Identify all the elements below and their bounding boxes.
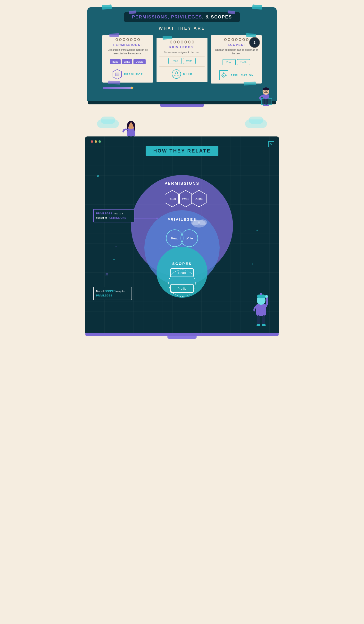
permissions-icon-area: RESOURCE (105, 69, 150, 80)
character-laptop (256, 81, 276, 110)
svg-point-65 (262, 324, 266, 326)
permissions-write-btn[interactable]: Write (122, 59, 132, 64)
resource-label: RESOURCE (124, 73, 143, 76)
scopes-desc: What an application can do on behalf of … (214, 48, 259, 55)
monitor-frame: HOW THEY RELATE ✕ PRIVILEGES map to a su… (85, 136, 279, 339)
cards-container: PERMISSIONS: Declaration of the actions … (93, 35, 271, 83)
section2-title-box: HOW THEY RELATE (146, 146, 218, 156)
scopes-card: 2 SCOPES: What an application can do on … (211, 35, 262, 83)
character-right (249, 282, 273, 326)
svg-text:SCOPES: SCOPES (172, 261, 192, 266)
close-icon[interactable]: ✕ (268, 141, 274, 147)
laptop-frame: PERMISSIONS, PRIVILEGES, & SCOPES WHAT T… (87, 5, 277, 107)
svg-rect-20 (264, 99, 266, 105)
maximize-dot (98, 140, 101, 143)
permissions-heading: PERMISSIONS: (105, 43, 150, 47)
privileges-card: PRIVILEGES: Permissions assigned to the … (157, 38, 207, 82)
svg-text:Read: Read (178, 271, 186, 275)
laptop-stand (160, 104, 204, 107)
svg-point-61 (265, 295, 268, 298)
venn-diagram-area: PRIVILEGES map to a subset of PERMISSION… (91, 160, 273, 326)
character-left-area (87, 112, 277, 136)
monitor-body: HOW THEY RELATE ✕ PRIVILEGES map to a su… (85, 136, 279, 333)
privileges-icon-area: USER (159, 69, 205, 79)
scopes-note-box: Not all SCOPES map to PRIVILEGES (93, 287, 132, 300)
svg-rect-21 (267, 99, 268, 105)
privileges-desc: Permissions assigned to the user. (159, 51, 205, 54)
permissions-buttons: Read Write Delete (105, 59, 150, 64)
svg-text:Read: Read (171, 236, 178, 240)
section2-title-container: HOW THEY RELATE (91, 146, 273, 156)
svg-text:Delete: Delete (194, 197, 204, 201)
laptop-bottom-edge (88, 101, 276, 104)
monitor-stand-nub (168, 336, 196, 339)
svg-rect-1 (115, 73, 119, 76)
scopes-icon-area: APPLICATION (214, 70, 259, 81)
section2-title: HOW THEY RELATE (153, 148, 211, 154)
privileges-map-box: PRIVILEGES map to a subset of PERMISSION… (93, 209, 134, 222)
section1-title: WHAT THEY ARE (93, 26, 271, 31)
svg-point-60 (260, 293, 262, 295)
svg-rect-62 (257, 315, 260, 325)
application-label: APPLICATION (231, 74, 254, 77)
svg-text:PERMISSIONS: PERMISSIONS (165, 181, 199, 185)
privileges-write-btn[interactable]: Write (183, 58, 195, 64)
privileges-read-btn[interactable]: Read (169, 58, 182, 64)
scopes-buttons: Read Profile (214, 59, 259, 65)
svg-point-8 (223, 75, 224, 76)
svg-rect-63 (262, 315, 265, 325)
user-label: USER (183, 73, 193, 76)
svg-point-23 (266, 104, 269, 106)
scopes-note-label: Not all SCOPES map to PRIVILEGES (93, 287, 132, 300)
venn-svg: PERMISSIONS Read Write Delete PRIVILEGES (124, 160, 240, 321)
svg-point-22 (263, 104, 266, 106)
permissions-read-btn[interactable]: Read (110, 59, 120, 64)
svg-point-44 (198, 219, 207, 225)
svg-point-64 (257, 324, 260, 326)
close-dot (91, 140, 93, 143)
svg-text:Write: Write (186, 236, 193, 240)
privileges-buttons: Read Write (159, 58, 205, 64)
laptop-body: PERMISSIONS, PRIVILEGES, & SCOPES WHAT T… (87, 7, 277, 101)
permissions-card: PERMISSIONS: Declaration of the actions … (102, 35, 153, 82)
svg-text:Write: Write (182, 197, 189, 201)
scopes-profile-btn[interactable]: Profile (237, 59, 250, 65)
scopes-read-btn[interactable]: Read (222, 59, 236, 65)
title-white: , & SCOPES (202, 15, 232, 19)
title-purple: PERMISSIONS, PRIVILEGES (132, 15, 202, 19)
permissions-delete-btn[interactable]: Delete (133, 59, 146, 64)
privileges-heading: PRIVILEGES: (159, 45, 205, 49)
window-controls (91, 140, 273, 143)
svg-rect-24 (127, 128, 135, 136)
minimize-dot (95, 140, 97, 143)
resource-hex-icon (112, 69, 122, 80)
svg-point-31 (156, 218, 158, 219)
user-icon (171, 69, 181, 79)
svg-text:Profile: Profile (178, 287, 187, 290)
privileges-map-label: PRIVILEGES map to a subset of PERMISSION… (93, 209, 134, 222)
monitor-base-bar (85, 333, 279, 336)
main-title: PERMISSIONS, PRIVILEGES, & SCOPES (124, 12, 240, 22)
svg-text:Read: Read (169, 197, 176, 201)
title-section: PERMISSIONS, PRIVILEGES, & SCOPES (93, 12, 271, 22)
svg-point-5 (175, 72, 178, 74)
svg-rect-56 (256, 304, 266, 316)
permissions-desc: Declaration of the actions that can be e… (105, 48, 150, 55)
application-gear-icon (219, 70, 229, 81)
svg-marker-0 (113, 69, 121, 79)
